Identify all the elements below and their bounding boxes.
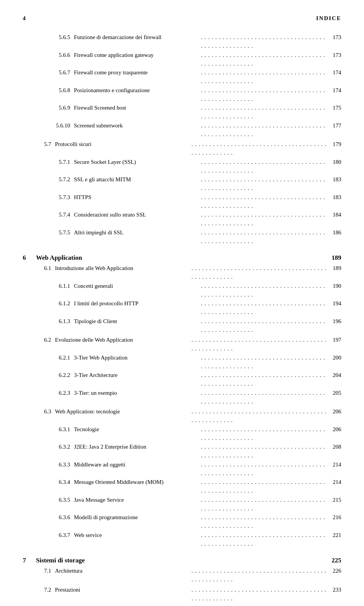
- chapter-label: Sistemi di storage: [36, 557, 328, 564]
- dots: . . . . . . . . . . . . . . . . . . . . …: [200, 282, 328, 300]
- dots: . . . . . . . . . . . . . . . . . . . . …: [200, 68, 328, 86]
- list-item: 7 Sistemi di storage 225: [23, 557, 341, 564]
- list-item: 6.3 Web Application: tecnologie . . . . …: [23, 407, 341, 425]
- toc-container: 5.6.5 Funzione di demarcazione dei firew…: [23, 33, 341, 606]
- sub-page: 186: [328, 228, 341, 237]
- list-item: 5.6.7 Firewall come proxy trasparente . …: [32, 68, 341, 86]
- sub-page: 174: [328, 86, 341, 95]
- list-item: 5.7.3 HTTPS . . . . . . . . . . . . . . …: [32, 193, 341, 211]
- dots: . . . . . . . . . . . . . . . . . . . . …: [200, 33, 328, 51]
- section-number: 7.1: [23, 567, 55, 575]
- list-item: 6.2.1 3-Tier Web Application . . . . . .…: [32, 353, 341, 371]
- sub-page: 214: [328, 460, 341, 469]
- sub-number: 6.3.5: [32, 496, 74, 504]
- page-title: INDICE: [316, 15, 341, 22]
- sub-number: 5.7.1: [32, 158, 74, 166]
- dots: . . . . . . . . . . . . . . . . . . . . …: [190, 140, 328, 158]
- sub-number: 5.6.9: [32, 104, 74, 112]
- sub-number: 6.3.1: [32, 425, 74, 434]
- sub-number: 6.3.2: [32, 443, 74, 451]
- sub-label: 3-Tier Web Application: [74, 353, 200, 362]
- sub-page: 173: [328, 51, 341, 60]
- sub-page: 205: [328, 389, 341, 397]
- sub-page: 190: [328, 282, 341, 290]
- section-page: 206: [328, 407, 341, 416]
- dots: . . . . . . . . . . . . . . . . . . . . …: [200, 51, 328, 69]
- list-item: 6.3.1 Tecnologie . . . . . . . . . . . .…: [32, 425, 341, 443]
- dots: . . . . . . . . . . . . . . . . . . . . …: [190, 407, 328, 425]
- list-item: 6.1.3 Tipologie di Client . . . . . . . …: [32, 317, 341, 335]
- section-label: Introduzione alle Web Application: [55, 264, 190, 273]
- sub-number: 5.6.5: [32, 33, 74, 42]
- dots: . . . . . . . . . . . . . . . . . . . . …: [200, 496, 328, 513]
- sub-number: 6.3.6: [32, 513, 74, 522]
- dots: . . . . . . . . . . . . . . . . . . . . …: [200, 531, 328, 549]
- sub-page: 214: [328, 478, 341, 487]
- dots: . . . . . . . . . . . . . . . . . . . . …: [200, 193, 328, 211]
- sub-number: 6.2.1: [32, 353, 74, 362]
- section-label: Web Application: tecnologie: [55, 407, 190, 416]
- sub-label: Concetti generali: [74, 282, 200, 290]
- sub-number: 5.7.4: [32, 210, 74, 219]
- sub-label: Tipologie di Client: [74, 317, 200, 326]
- sub-number: 6.1.1: [32, 282, 74, 290]
- dots: . . . . . . . . . . . . . . . . . . . . …: [190, 264, 328, 282]
- dots: . . . . . . . . . . . . . . . . . . . . …: [200, 158, 328, 176]
- list-item: 7.2 Prestazioni . . . . . . . . . . . . …: [23, 586, 341, 603]
- list-item: 5.6.10 Screened subnetwork . . . . . . .…: [32, 121, 341, 139]
- sub-page: 175: [328, 104, 341, 112]
- chapter-number: 6: [23, 254, 36, 262]
- sub-label: 3-Tier: un esempio: [74, 389, 200, 397]
- sub-label: Message Oriented Middleware (MOM): [74, 478, 200, 487]
- sub-label: Firewall come application gateway: [74, 51, 200, 60]
- list-item: 7.3 Sistemi di storage . . . . . . . . .…: [23, 604, 341, 606]
- sub-page: 184: [328, 210, 341, 219]
- sub-page: 177: [328, 121, 341, 130]
- dots: . . . . . . . . . . . . . . . . . . . . …: [200, 425, 328, 443]
- list-item: 6.1.2 I limiti del protocollo HTTP . . .…: [32, 299, 341, 317]
- section-number: 5.7: [23, 140, 55, 149]
- sub-number: 5.6.8: [32, 86, 74, 95]
- dots: . . . . . . . . . . . . . . . . . . . . …: [200, 175, 328, 193]
- dots: . . . . . . . . . . . . . . . . . . . . …: [200, 121, 328, 139]
- sub-page: 221: [328, 531, 341, 540]
- sub-label: HTTPS: [74, 193, 200, 202]
- sub-label: Considerazioni sullo strato SSL: [74, 210, 200, 219]
- list-item: 7.1 Architettura . . . . . . . . . . . .…: [23, 567, 341, 584]
- sub-label: Altri impieghi di SSL: [74, 228, 200, 237]
- sub-label: Funzione di demarcazione dei firewall: [74, 33, 200, 42]
- section-page: 236: [328, 604, 341, 606]
- sub-number: 6.3.3: [32, 460, 74, 469]
- sub-label: Tecnologie: [74, 425, 200, 434]
- list-item: 6.1.1 Concetti generali . . . . . . . . …: [32, 282, 341, 300]
- section-page: 179: [328, 140, 341, 149]
- list-item: 5.7.5 Altri impieghi di SSL . . . . . . …: [32, 228, 341, 246]
- dots: . . . . . . . . . . . . . . . . . . . . …: [200, 104, 328, 121]
- section-page: 197: [328, 336, 341, 344]
- section-page: 189: [328, 264, 341, 273]
- sub-page: 200: [328, 353, 341, 362]
- sub-number: 6.2.3: [32, 389, 74, 397]
- sub-number: 5.7.5: [32, 228, 74, 237]
- sub-label: I limiti del protocollo HTTP: [74, 299, 200, 308]
- list-item: 6.2.3 3-Tier: un esempio . . . . . . . .…: [32, 389, 341, 407]
- list-item: 6.3.7 Web service . . . . . . . . . . . …: [32, 531, 341, 549]
- sub-page: 183: [328, 193, 341, 202]
- sub-label: SSL e gli attacchi MITM: [74, 175, 200, 184]
- sub-page: 180: [328, 158, 341, 166]
- sub-page: 204: [328, 371, 341, 380]
- sub-number: 5.6.7: [32, 68, 74, 77]
- list-item: 5.7.2 SSL e gli attacchi MITM . . . . . …: [32, 175, 341, 193]
- list-item: 5.6.9 Firewall Screened host . . . . . .…: [32, 104, 341, 121]
- sub-page: 216: [328, 513, 341, 522]
- sub-label: Firewall come proxy trasparente: [74, 68, 200, 77]
- dots: . . . . . . . . . . . . . . . . . . . . …: [200, 460, 328, 478]
- sub-page: 194: [328, 299, 341, 308]
- dots: . . . . . . . . . . . . . . . . . . . . …: [200, 443, 328, 460]
- list-item: 5.7.1 Secure Socket Layer (SSL) . . . . …: [32, 158, 341, 176]
- page-number: 4: [23, 15, 26, 22]
- list-item: 6.2 Evoluzione delle Web Application . .…: [23, 336, 341, 353]
- list-item: 6 Web Application 189: [23, 254, 341, 262]
- sub-label: Modelli di programmazione: [74, 513, 200, 522]
- sub-number: 6.3.7: [32, 531, 74, 540]
